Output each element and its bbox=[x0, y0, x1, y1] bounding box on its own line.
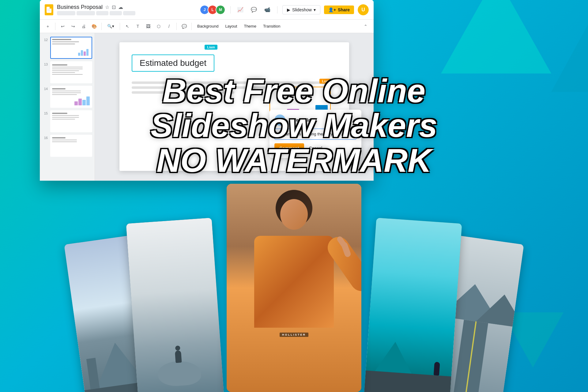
slide-num-13: 13 bbox=[42, 61, 48, 66]
menu-item-placeholder-1 bbox=[57, 11, 75, 15]
image-tool-icon[interactable]: 🖼 bbox=[144, 22, 153, 31]
slide-num-14: 14 bbox=[42, 86, 48, 91]
analytics-icon[interactable]: 📈 bbox=[236, 5, 245, 15]
meet-icon[interactable]: 📹 bbox=[262, 5, 272, 15]
slide-num-16: 16 bbox=[42, 135, 48, 140]
zoom-control[interactable]: 🔍▾ bbox=[105, 23, 117, 30]
sitting-person-head bbox=[175, 345, 180, 351]
comment-action-buttons: Comment Cancel bbox=[274, 143, 356, 153]
text-tool-icon[interactable]: T bbox=[134, 22, 142, 31]
content-line-2 bbox=[132, 86, 286, 89]
commenter-avatar: JC bbox=[274, 115, 285, 126]
comment-cancel-button[interactable]: Cancel bbox=[307, 143, 325, 153]
drive-icon: ⊡ bbox=[112, 4, 116, 10]
collapse-toolbar-icon[interactable]: ⌃ bbox=[361, 22, 370, 31]
slide-preview-13 bbox=[50, 61, 92, 83]
slides-canvas-area: Liam Estimated budget Lori bbox=[95, 33, 374, 181]
slideshow-button[interactable]: ▶ Slideshow ▾ bbox=[282, 5, 320, 14]
slides-topbar: Business Proposal ☆ ⊡ ☁ J L M bbox=[40, 0, 374, 20]
photo-card-mid-left bbox=[126, 218, 224, 392]
estimated-budget-text: Estimated budget bbox=[140, 58, 206, 68]
slide-thumb-12[interactable]: 12 bbox=[40, 36, 95, 60]
lori-cursor-indicator: Lori bbox=[319, 79, 331, 84]
slides-ui-mockup: Business Proposal ☆ ⊡ ☁ J L M bbox=[40, 0, 374, 181]
slide-num-15: 15 bbox=[42, 110, 48, 115]
cursor-tool-icon[interactable]: ↖ bbox=[123, 22, 132, 31]
main-slide-canvas: Liam Estimated budget Lori bbox=[119, 42, 349, 171]
google-slides-logo bbox=[45, 4, 53, 15]
slide-thumb-13[interactable]: 13 bbox=[40, 60, 95, 85]
slides-toolbar: + ↩ ↪ 🖨 🎨 🔍▾ ↖ T 🖼 ⬡ / 💬 Background Layo… bbox=[40, 20, 374, 33]
layout-btn[interactable]: Layout bbox=[223, 23, 239, 30]
share-button[interactable]: 👤+ Share bbox=[324, 6, 354, 14]
share-label: Share bbox=[338, 7, 350, 12]
bg-triangle-1 bbox=[441, 0, 551, 74]
lake-mountain-shape bbox=[375, 341, 414, 374]
menu-item-placeholder-3 bbox=[96, 11, 108, 15]
document-title[interactable]: Business Proposal bbox=[57, 4, 103, 10]
slideshow-dropdown-icon: ▾ bbox=[314, 7, 316, 12]
chat-icon[interactable]: 💬 bbox=[249, 5, 259, 15]
slides-thumbnail-panel: 12 bbox=[40, 33, 95, 181]
photo-card-main-center: HOLLISTER bbox=[227, 184, 361, 392]
liam-cursor-indicator: Liam bbox=[205, 45, 217, 50]
photo-strip: HOLLISTER bbox=[0, 178, 588, 392]
slide-preview-15 bbox=[50, 110, 92, 132]
transition-btn[interactable]: Transition bbox=[261, 23, 283, 30]
menu-item-placeholder-5 bbox=[123, 11, 135, 15]
comment-tool-icon[interactable]: 💬 bbox=[180, 22, 188, 31]
share-person-icon: 👤+ bbox=[328, 7, 336, 12]
collaborator-avatar-3: M bbox=[216, 5, 225, 15]
main-person-photo: HOLLISTER bbox=[227, 184, 361, 392]
comment-submit-button[interactable]: Comment bbox=[274, 143, 304, 153]
slide-thumb-15[interactable]: 15 bbox=[40, 109, 95, 134]
user-account-avatar[interactable]: U bbox=[358, 4, 369, 15]
add-slide-icon[interactable]: + bbox=[43, 22, 52, 31]
bg-triangle-2 bbox=[551, 24, 588, 92]
rock-shape bbox=[157, 360, 202, 387]
menu-item-placeholder-2 bbox=[77, 11, 95, 15]
comment-input[interactable]: s chart helps bridging the story! bbox=[274, 129, 356, 140]
undo-icon[interactable]: ↩ bbox=[58, 22, 67, 31]
redo-icon[interactable]: ↪ bbox=[69, 22, 77, 31]
slide-preview-12 bbox=[50, 37, 92, 59]
slide-num-12: 12 bbox=[42, 37, 48, 42]
comment-popup: JC Jeffery Clark s chart helps bridging … bbox=[270, 110, 361, 158]
commenter-name: Jeffery Clark bbox=[288, 118, 315, 123]
slide-thumb-14[interactable]: 14 bbox=[40, 85, 95, 109]
hiker-person-shape bbox=[434, 362, 440, 375]
content-line-3 bbox=[132, 91, 234, 94]
document-title-area: Business Proposal ☆ ⊡ ☁ bbox=[57, 4, 135, 15]
background-btn[interactable]: Background bbox=[195, 23, 221, 30]
line-tool-icon[interactable]: / bbox=[165, 22, 173, 31]
budget-text-container: Liam Estimated budget bbox=[132, 55, 214, 72]
slideshow-icon: ▶ bbox=[287, 7, 290, 12]
shape-tool-icon[interactable]: ⬡ bbox=[154, 22, 163, 31]
estimated-budget-textbox[interactable]: Estimated budget bbox=[132, 55, 214, 72]
sitting-person-body bbox=[175, 350, 182, 363]
cloud-icon: ☁ bbox=[118, 4, 123, 10]
paint-format-icon[interactable]: 🎨 bbox=[90, 22, 98, 31]
slide-preview-16 bbox=[50, 135, 92, 157]
star-icon[interactable]: ☆ bbox=[105, 4, 109, 10]
slides-main-area: 12 bbox=[40, 33, 374, 181]
collaborator-avatars: J L M bbox=[200, 5, 225, 15]
theme-btn[interactable]: Theme bbox=[241, 23, 258, 30]
slide-preview-14 bbox=[50, 86, 92, 108]
print-icon[interactable]: 🖨 bbox=[79, 22, 88, 31]
slideshow-label: Slideshow bbox=[292, 7, 312, 12]
content-line-1 bbox=[132, 81, 337, 84]
photo-card-mid-right bbox=[364, 218, 462, 392]
slide-thumb-16[interactable]: 16 bbox=[40, 134, 95, 158]
comment-header: JC Jeffery Clark bbox=[274, 115, 356, 126]
menu-item-placeholder-4 bbox=[110, 11, 122, 15]
